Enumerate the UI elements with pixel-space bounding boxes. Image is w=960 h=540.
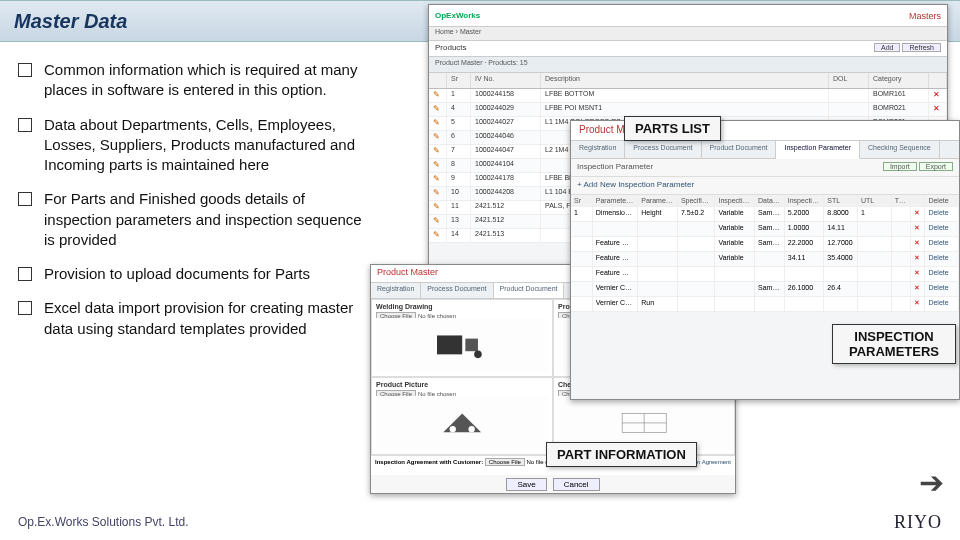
thumbnail [376,396,548,450]
tab[interactable]: Product Document [702,141,777,158]
delete-link[interactable]: Delete [925,297,959,311]
table-row[interactable]: 41000244029LFBE POI MSNT1BOMR021 [429,103,947,117]
bullet-item: Excel data import provision for creating… [18,298,362,339]
doc-cell: Product PictureChoose FileNo file chosen [371,377,553,455]
page-title: Master Data [14,10,127,33]
edit-icon[interactable] [429,215,447,228]
tab[interactable]: Registration [371,283,421,298]
delete-link[interactable]: Delete [925,207,959,221]
delete-icon[interactable] [929,103,947,116]
tab-active[interactable]: Product Document [494,283,565,298]
table-row[interactable]: 11000244158LFBE BOTTOMBOMR161 [429,89,947,103]
edit-icon[interactable] [429,117,447,130]
svg-point-2 [474,351,482,359]
delete-icon[interactable] [911,282,925,296]
tabs: Registration Process Document Product Do… [571,141,959,159]
table-header: Sr IV No. Description DOL Category [429,73,947,89]
section-label: Products [435,43,467,54]
delete-link[interactable]: Delete [925,267,959,281]
grid-row[interactable]: Vernier CaliperSampling26.100026.4Delete [571,282,959,297]
grid-header: Sr Parameter Type Parameter Specificatio… [571,195,959,207]
tab[interactable]: Process Document [421,283,493,298]
screenshots-area: OpExWorksMasters Home › Master ProductsA… [370,4,954,490]
add-param-link[interactable]: + Add New Inspection Parameter [577,180,694,191]
delete-link[interactable]: Delete [925,282,959,296]
delete-link[interactable]: Delete [925,222,959,236]
delete-icon[interactable] [911,267,925,281]
grid-row[interactable]: Feature GaugeVariableSampling22.200012.7… [571,237,959,252]
footer-tag: RIYO [894,512,942,533]
save-button[interactable]: Save [506,478,546,491]
bullet-item: For Parts and Finished goods details of … [18,189,362,250]
edit-icon[interactable] [429,89,447,102]
svg-rect-0 [437,336,462,355]
bullet-item: Data about Departments, Cells, Employees… [18,115,362,176]
callout-parts-list: PARTS LIST [624,116,721,141]
next-arrow-icon[interactable]: ➔ [919,465,944,500]
delete-icon[interactable] [911,297,925,311]
app-brand: OpExWorks [435,11,480,20]
delete-icon[interactable] [911,207,925,221]
edit-icon[interactable] [429,187,447,200]
grid-row[interactable]: 1DimensionalHeight7.5±0.2VariableSamplin… [571,207,959,222]
filter-bar: Product Master · Products: 15 [429,57,947,73]
tab[interactable]: Checking Sequence [860,141,940,158]
delete-link[interactable]: Delete [925,237,959,251]
import-button[interactable]: Import [883,162,917,171]
bar-label: Inspection Parameter [577,162,653,173]
grid-row[interactable]: Feature GaugeVariable34.1135.4000Delete [571,252,959,267]
svg-rect-1 [465,339,478,352]
doc-cell: Welding DrawingChoose FileNo file chosen [371,299,553,377]
bullet-list: Common information which is required at … [0,42,370,353]
delete-icon[interactable] [911,222,925,236]
tab[interactable]: Process Document [625,141,701,158]
edit-icon[interactable] [429,159,447,172]
grid-row[interactable]: VariableSampling1.000014.11Delete [571,222,959,237]
delete-link[interactable]: Delete [925,252,959,266]
choose-file-button[interactable]: Choose File [485,458,525,466]
footer-org: Op.Ex.Works Solutions Pvt. Ltd. [18,515,189,529]
export-button[interactable]: Export [919,162,953,171]
add-button[interactable]: Add [874,43,900,52]
bullet-item: Provision to upload documents for Parts [18,264,362,284]
refresh-button[interactable]: Refresh [902,43,941,52]
callout-inspection-params: INSPECTION PARAMETERS [832,324,956,364]
thumbnail [376,318,548,372]
grid-row[interactable]: Vernier CaliperRunDelete [571,297,959,312]
tab[interactable]: Registration [571,141,625,158]
edit-icon[interactable] [429,201,447,214]
tab-active[interactable]: Inspection Parameter [776,141,860,159]
edit-icon[interactable] [429,173,447,186]
edit-icon[interactable] [429,145,447,158]
delete-icon[interactable] [929,89,947,102]
bullet-item: Common information which is required at … [18,60,362,101]
edit-icon[interactable] [429,229,447,242]
delete-icon[interactable] [911,252,925,266]
cancel-button[interactable]: Cancel [553,478,600,491]
callout-part-info: PART INFORMATION [546,442,697,467]
top-menu: Masters [909,11,941,21]
grid-row[interactable]: Feature GaugeDelete [571,267,959,282]
breadcrumb: Home › Master [429,27,947,41]
edit-icon[interactable] [429,131,447,144]
delete-icon[interactable] [911,237,925,251]
edit-icon[interactable] [429,103,447,116]
footer: Op.Ex.Works Solutions Pvt. Ltd. RIYO [0,504,960,540]
svg-point-6 [449,426,455,432]
svg-point-7 [468,426,474,432]
